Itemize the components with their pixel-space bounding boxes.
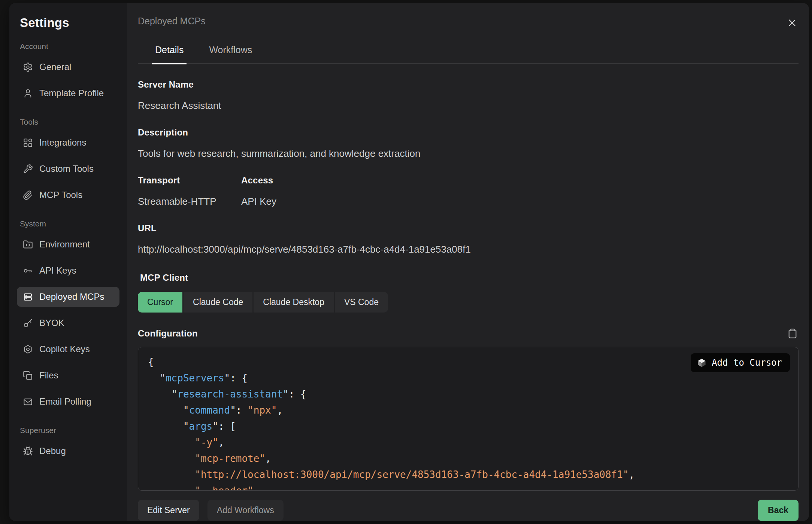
- add-to-cursor-label: Add to Cursor: [712, 357, 782, 368]
- mcp-client-group: CursorClaude CodeClaude DesktopVS Code: [138, 292, 799, 313]
- sidebar-item-label: Environment: [39, 239, 90, 250]
- sidebar-item-copilot-keys[interactable]: Copilot Keys: [17, 339, 119, 359]
- sidebar-item-label: Copilot Keys: [39, 344, 90, 354]
- sidebar-item-label: Integrations: [39, 137, 86, 148]
- clipboard-icon: [787, 328, 798, 339]
- key-round-icon: [23, 318, 33, 328]
- sidebar-item-byok[interactable]: BYOK: [17, 313, 119, 333]
- back-button[interactable]: Back: [758, 500, 799, 521]
- sidebar-item-general[interactable]: General: [17, 57, 119, 77]
- key-icon: [23, 266, 33, 276]
- tab-bar: Details Workflows: [138, 44, 799, 64]
- screen-background: Settings AccountGeneralTemplate ProfileT…: [0, 0, 812, 524]
- mcp-client-label: MCP Client: [140, 272, 799, 283]
- footer-actions: Edit Server Add Workflows Back: [138, 500, 799, 521]
- url-value: http://localhost:3000/api/mcp/serve/4853…: [138, 244, 799, 255]
- sidebar-item-label: Debug: [39, 446, 66, 456]
- code-line: "--header": [148, 483, 788, 491]
- sidebar-item-files[interactable]: Files: [17, 365, 119, 386]
- copy-configuration-button[interactable]: [787, 328, 799, 339]
- edit-server-button[interactable]: Edit Server: [138, 500, 199, 521]
- code-line: "mcpServers": {: [148, 370, 788, 386]
- server-icon: [23, 292, 33, 302]
- access-value: API Key: [241, 196, 276, 207]
- sidebar-sections: AccountGeneralTemplate ProfileToolsInteg…: [17, 42, 119, 461]
- sidebar-section-account: Account: [20, 42, 116, 51]
- code-line: "args": [: [148, 418, 788, 435]
- url-label: URL: [138, 223, 799, 234]
- hexagon-icon: [23, 344, 33, 354]
- close-icon: [787, 17, 798, 28]
- client-claude-desktop-button[interactable]: Claude Desktop: [254, 292, 334, 313]
- tab-workflows[interactable]: Workflows: [206, 45, 255, 64]
- bug-icon: [23, 446, 33, 456]
- cursor-cube-icon: [697, 358, 707, 368]
- transport-label: Transport: [138, 175, 241, 186]
- client-claude-code-button[interactable]: Claude Code: [184, 292, 252, 313]
- config-code: { "mcpServers": { "research-assistant": …: [148, 354, 788, 491]
- sidebar-item-label: BYOK: [39, 318, 64, 328]
- code-line: "http://localhost:3000/api/mcp/serve/485…: [148, 467, 788, 483]
- sidebar-section-system: System: [20, 219, 116, 228]
- server-name-label: Server Name: [138, 79, 799, 90]
- access-label: Access: [241, 175, 273, 186]
- sidebar-item-label: Custom Tools: [39, 164, 94, 174]
- sidebar-item-integrations[interactable]: Integrations: [17, 132, 119, 153]
- settings-sidebar: Settings AccountGeneralTemplate ProfileT…: [9, 3, 127, 521]
- add-to-cursor-button[interactable]: Add to Cursor: [691, 353, 790, 372]
- sidebar-item-label: Files: [39, 370, 58, 381]
- wrench-icon: [23, 164, 33, 174]
- configuration-label: Configuration: [138, 328, 198, 339]
- sidebar-item-label: API Keys: [39, 265, 76, 276]
- client-vs-code-button[interactable]: VS Code: [335, 292, 388, 313]
- sidebar-item-label: General: [39, 62, 71, 72]
- mail-icon: [23, 397, 33, 407]
- user-icon: [23, 88, 33, 98]
- sidebar-item-label: Template Profile: [39, 88, 104, 98]
- configuration-code-block: { "mcpServers": { "research-assistant": …: [138, 347, 799, 491]
- sidebar-item-label: MCP Tools: [39, 190, 82, 200]
- code-line: "research-assistant": {: [148, 386, 788, 402]
- panel-header: Deployed MCPs: [138, 16, 799, 29]
- panel-title: Deployed MCPs: [138, 16, 206, 27]
- description-label: Description: [138, 127, 799, 138]
- server-name-value: Research Assistant: [138, 100, 799, 112]
- folder-code-icon: [23, 240, 33, 250]
- close-button[interactable]: [786, 16, 799, 29]
- sidebar-item-api-keys[interactable]: API Keys: [17, 261, 119, 281]
- sidebar-section-superuser: Superuser: [20, 426, 116, 435]
- files-icon: [23, 371, 33, 381]
- sidebar-item-environment[interactable]: Environment: [17, 234, 119, 255]
- sidebar-item-template-profile[interactable]: Template Profile: [17, 83, 119, 103]
- sidebar-item-deployed-mcps[interactable]: Deployed MCPs: [17, 287, 119, 307]
- sidebar-item-label: Email Polling: [39, 396, 91, 407]
- transport-access-values: Streamable-HTTP API Key: [138, 186, 799, 207]
- tab-details[interactable]: Details: [152, 45, 187, 64]
- code-line: "command": "npx",: [148, 402, 788, 418]
- sidebar-title: Settings: [20, 16, 116, 30]
- transport-access-labels: Transport Access: [138, 159, 799, 186]
- grid-icon: [23, 138, 33, 148]
- client-cursor-button[interactable]: Cursor: [138, 292, 182, 313]
- gear-icon: [23, 62, 33, 72]
- code-line: "-y",: [148, 435, 788, 451]
- sidebar-section-tools: Tools: [20, 118, 116, 127]
- sidebar-item-email-polling[interactable]: Email Polling: [17, 392, 119, 412]
- sidebar-item-custom-tools[interactable]: Custom Tools: [17, 159, 119, 179]
- configuration-row: Configuration: [138, 328, 799, 339]
- sidebar-item-mcp-tools[interactable]: MCP Tools: [17, 185, 119, 205]
- deployed-mcps-panel: Deployed MCPs Details Workflows Server N…: [127, 3, 809, 521]
- code-line: "mcp-remote",: [148, 451, 788, 467]
- sidebar-item-label: Deployed MCPs: [39, 292, 104, 302]
- add-workflows-button[interactable]: Add Workflows: [207, 500, 284, 521]
- description-value: Tools for web research, summarization, a…: [138, 148, 799, 159]
- settings-modal: Settings AccountGeneralTemplate ProfileT…: [9, 3, 809, 521]
- paperclip-icon: [23, 190, 33, 200]
- sidebar-item-debug[interactable]: Debug: [17, 441, 119, 461]
- transport-value: Streamable-HTTP: [138, 196, 241, 207]
